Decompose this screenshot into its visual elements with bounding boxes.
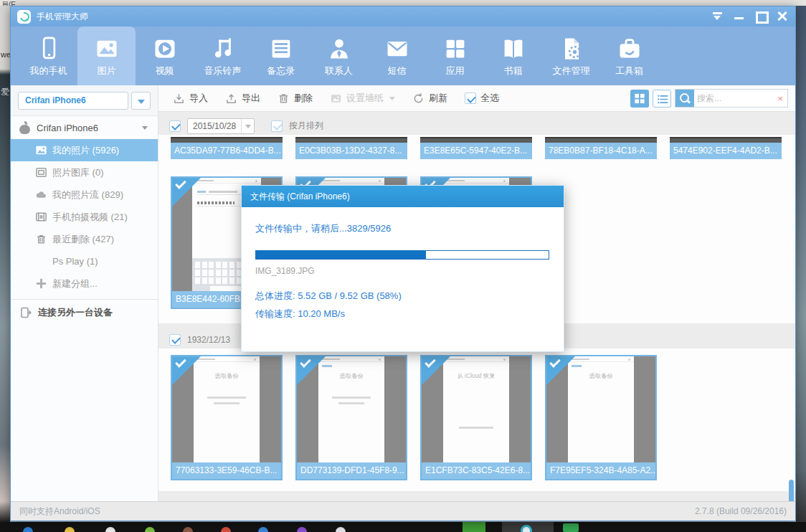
tab-my-phone[interactable]: 我的手机	[19, 27, 77, 85]
list-view-button[interactable]	[653, 90, 671, 108]
tab-label: 音乐铃声	[204, 65, 242, 77]
main-navbar: 我的手机 图片 视频 音乐铃声 备忘录 联系人 短信 应用	[11, 27, 795, 85]
taskbar-icon[interactable]	[297, 527, 307, 532]
vertical-scrollbar-thumb[interactable]	[789, 480, 794, 503]
select-all-control[interactable]: 全选	[465, 92, 499, 105]
photo-thumb[interactable]: 选取备份 DD773139-DFD1-45F8-9...	[295, 355, 407, 480]
photo-thumb-cut[interactable]: AC35DA97-77B6-4DD4-B...	[171, 137, 283, 159]
trash-icon	[278, 92, 290, 105]
delete-label: 删除	[294, 92, 313, 105]
taskbar-icon-green[interactable]	[463, 522, 485, 532]
search-input[interactable]	[694, 93, 777, 103]
tab-books[interactable]: 书籍	[484, 27, 542, 85]
grid-view-button[interactable]	[630, 90, 649, 108]
dialog-titlebar[interactable]: 文件传输 (Crifan iPhone6)	[242, 186, 564, 207]
menu-arrow-button[interactable]	[711, 9, 725, 22]
minimize-button[interactable]	[732, 9, 746, 22]
group1-checkbox[interactable]	[169, 120, 181, 132]
sidebar-item-label: 照片图库 (0)	[52, 166, 104, 179]
photo-thumb-cut[interactable]: 5474E902-EEF4-4AD2-B...	[670, 137, 782, 159]
group2-checkbox[interactable]	[169, 334, 181, 346]
photo-thumb[interactable]: 选取备份 77063133-3E59-46CB-B...	[171, 355, 283, 480]
taskbar-icon[interactable]	[336, 527, 346, 532]
photo-filename: 78EB0B87-BF18-4C18-A...	[545, 143, 657, 159]
sidebar-item-photo-library[interactable]: 照片图库 (0)	[11, 161, 158, 184]
taskbar-icon[interactable]	[105, 527, 115, 532]
device-tree-header[interactable]: Crifan iPhone6	[11, 116, 158, 139]
search-icon[interactable]	[675, 90, 694, 107]
tab-label: 应用	[446, 65, 465, 77]
sidebar-item-recently-deleted[interactable]: 最近删除 (427)	[11, 228, 158, 250]
grid-view-icon	[633, 92, 646, 105]
background-menu-text: 員(E	[1, 1, 16, 6]
taskbar-icon[interactable]	[258, 527, 268, 532]
photo-library-icon	[35, 166, 47, 179]
photo-filename: 5474E902-EEF4-4AD2-B...	[670, 143, 782, 159]
taskbar-icon[interactable]	[23, 527, 33, 532]
picture-icon	[94, 36, 120, 62]
tab-sms[interactable]: 短信	[368, 27, 426, 85]
collapse-caret-icon[interactable]	[142, 126, 148, 130]
set-wallpaper-button[interactable]: 设置墙纸	[330, 92, 395, 105]
group1-date-select[interactable]: 2015/10/28	[187, 118, 255, 134]
overall-progress-text: 总体进度: 5.52 GB / 9.52 GB (58%)	[255, 290, 549, 303]
by-month-checkbox[interactable]	[271, 120, 283, 132]
transfer-status-text: 文件传输中，请稍后...3829/5926	[255, 222, 549, 235]
delete-button[interactable]: 删除	[278, 92, 313, 105]
plus-icon	[35, 277, 47, 290]
sidebar-item-phone-videos[interactable]: 手机拍摄视频 (21)	[11, 206, 158, 228]
tab-file-manager[interactable]: 文件管理	[542, 27, 600, 85]
refresh-button[interactable]: 刷新	[412, 92, 447, 105]
sidebar-item-ps-play[interactable]: Ps Play (1)	[11, 250, 158, 272]
photo-thumb-cut[interactable]: E3E8E65C-5947-40E2-B...	[420, 137, 532, 159]
connect-another-device[interactable]: 连接另外一台设备	[11, 299, 158, 325]
tab-memos[interactable]: 备忘录	[252, 27, 310, 85]
set-wallpaper-label: 设置墙纸	[346, 92, 384, 105]
taskbar-icon[interactable]	[221, 527, 231, 532]
photo-filename: F7E95EF5-324B-4A85-A2...	[546, 462, 655, 479]
taskbar-icon-green-2[interactable]	[563, 523, 579, 532]
selected-corner	[172, 356, 201, 385]
wallpaper-icon	[330, 92, 342, 105]
import-icon	[173, 92, 185, 105]
search-clear-icon[interactable]: ×	[777, 93, 787, 104]
app-logo-icon	[17, 10, 31, 24]
sidebar-item-my-photos[interactable]: 我的照片 (5926)	[11, 139, 158, 161]
taskbar-icon[interactable]	[65, 527, 75, 532]
photo-thumb-cut[interactable]: E0C3B03B-13D2-4327-8...	[295, 137, 407, 159]
photo-thumb[interactable]: 选取备份 F7E95EF5-324B-4A85-A2...	[545, 355, 657, 480]
tab-pictures[interactable]: 图片	[77, 27, 136, 85]
group2-date-label: 1932/12/13	[187, 335, 230, 345]
close-button[interactable]	[775, 9, 790, 22]
toolbox-icon	[617, 36, 643, 62]
export-button[interactable]: 导出	[225, 92, 260, 105]
taskbar-active-app[interactable]	[502, 522, 554, 532]
tab-contacts[interactable]: 联系人	[310, 27, 368, 85]
screenshot-title: 选取备份	[196, 372, 257, 381]
photo-thumb-cut[interactable]: 78EB0B87-BF18-4C18-A...	[545, 137, 657, 159]
tab-label: 图片	[98, 65, 116, 77]
cloud-icon	[35, 189, 47, 201]
tab-apps[interactable]: 应用	[426, 27, 484, 85]
sidebar-item-new-group[interactable]: 新建分组...	[11, 272, 158, 295]
sidebar-item-label: 我的照片 (5926)	[52, 144, 119, 157]
tab-videos[interactable]: 视频	[136, 27, 194, 85]
window-titlebar: 手机管理大师	[11, 6, 795, 27]
background-char-text: 爱	[1, 86, 9, 98]
tab-music-ringtones[interactable]: 音乐铃声	[194, 27, 252, 85]
photo-thumb[interactable]: 从 iCloud 恢复 E1CFB73C-83C5-42E6-8...	[420, 355, 532, 480]
tab-toolbox[interactable]: 工具箱	[600, 27, 658, 85]
photos-icon	[35, 144, 47, 156]
select-all-checkbox[interactable]	[465, 92, 476, 104]
taskbar-icon[interactable]	[183, 527, 193, 532]
sidebar-item-photo-stream[interactable]: 我的照片流 (829)	[11, 184, 158, 206]
import-button[interactable]: 导入	[173, 92, 208, 105]
screenshot-title: 从 iCloud 恢复	[446, 372, 507, 381]
video-icon	[152, 36, 178, 62]
device-selector[interactable]: Crifan iPhone6	[18, 92, 128, 110]
taskbar-icon[interactable]	[145, 527, 155, 532]
device-selector-dropdown-button[interactable]	[131, 92, 151, 110]
app-taskbar-icon	[521, 525, 532, 532]
maximize-button[interactable]	[754, 9, 768, 22]
background-left-strip: web 爱	[0, 6, 10, 522]
